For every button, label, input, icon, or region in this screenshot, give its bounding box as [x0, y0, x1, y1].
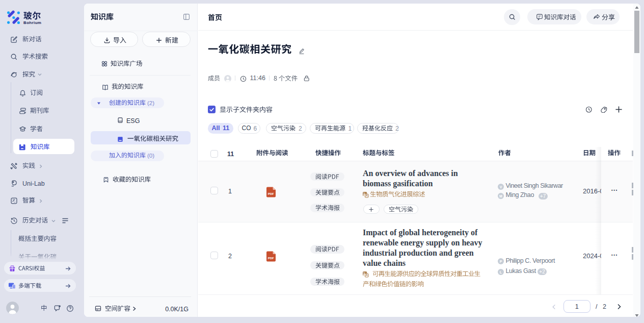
svg-text:A: A: [366, 194, 368, 197]
svg-text:M: M: [499, 194, 502, 198]
svg-text:PDF: PDF: [268, 192, 274, 195]
svg-text:L: L: [499, 270, 502, 274]
svg-text:V: V: [499, 185, 502, 189]
svg-text:A: A: [366, 274, 368, 277]
svg-text:P: P: [499, 260, 502, 263]
svg-text:PDF: PDF: [268, 256, 274, 259]
